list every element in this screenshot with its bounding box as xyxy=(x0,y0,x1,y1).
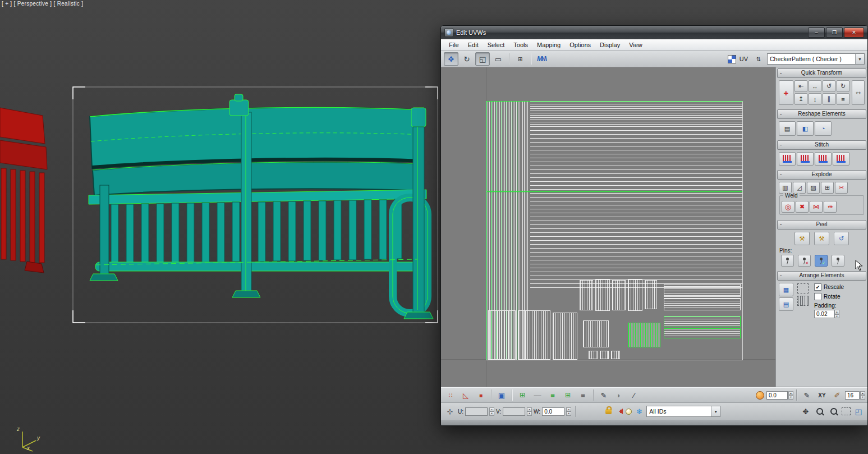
move-tool-button[interactable]: ✥ xyxy=(444,52,458,66)
u-spinner[interactable]: ▲▼ xyxy=(489,407,494,416)
mirror-button[interactable]: MM xyxy=(535,52,549,66)
rollout-header-peel[interactable]: - Peel xyxy=(777,220,866,230)
uv-canvas[interactable] xyxy=(441,67,776,387)
zoom-region-icon[interactable] xyxy=(828,405,840,418)
zoom-extents-icon[interactable] xyxy=(842,407,851,415)
w-field[interactable]: 0.0 xyxy=(542,407,564,416)
align-to-edge-button[interactable]: ⇿ xyxy=(852,80,865,105)
paintbrush-icon[interactable]: ✐ xyxy=(830,388,844,402)
align-top-button[interactable]: ↥ xyxy=(794,93,807,105)
rollout-header-explode[interactable]: - Explode xyxy=(777,170,866,180)
rollout-header-arrange[interactable]: - Arrange Elements xyxy=(777,271,866,281)
dropdown-arrow-icon[interactable]: ▼ xyxy=(855,54,864,64)
menu-options[interactable]: Options xyxy=(565,39,595,51)
select-by-element-button[interactable]: ▣ xyxy=(494,388,509,402)
freeze-icon[interactable]: ❄ xyxy=(633,405,645,418)
stitch-to-source-button[interactable] xyxy=(815,152,832,166)
peel-mode-button[interactable]: ⚒ xyxy=(814,232,829,245)
railing-model[interactable] xyxy=(0,0,449,454)
rotate-checkbox[interactable] xyxy=(814,293,821,300)
quick-peel-button[interactable]: ⚒ xyxy=(794,232,810,245)
edge-subobject-button[interactable]: ◺ xyxy=(458,388,473,402)
rollout-header-stitch[interactable]: - Stitch xyxy=(777,140,866,150)
flatten-by-smoothing-button[interactable]: ▨ xyxy=(807,182,820,194)
lock-selection-icon[interactable] xyxy=(605,409,612,414)
align-left-button[interactable]: ⇤ xyxy=(794,80,807,92)
collapse-icon[interactable]: - xyxy=(780,110,782,118)
absolute-mode-icon[interactable]: ⊹ xyxy=(444,405,456,418)
titlebar[interactable]: Edit UVWs – ❐ ✕ xyxy=(441,26,867,39)
uv-space-label[interactable]: UV xyxy=(740,56,748,62)
absolute-typein-button[interactable]: + xyxy=(779,80,793,105)
brush-settings-button[interactable]: ⁄ xyxy=(627,388,641,402)
pin-selected-button[interactable]: ✓ xyxy=(815,255,828,267)
uv-unit-square[interactable] xyxy=(486,101,743,360)
menu-mapping[interactable]: Mapping xyxy=(532,39,565,51)
rollout-header-reshape[interactable]: - Reshape Elements xyxy=(777,109,866,119)
target-weld-button[interactable]: ◎ xyxy=(782,201,794,213)
space-v-button[interactable]: ≡ xyxy=(837,93,849,105)
padding-spinner[interactable]: ▲▼ xyxy=(834,310,839,318)
collapse-icon[interactable]: - xyxy=(780,69,782,77)
shrink-uv-selection-button[interactable]: — xyxy=(530,388,545,402)
v-spinner[interactable]: ▲▼ xyxy=(527,407,532,416)
pack-together-button[interactable]: ▤ xyxy=(779,297,793,311)
show-map-checker-icon[interactable] xyxy=(728,55,736,63)
show-hidden-icon[interactable] xyxy=(626,409,632,415)
grow-uv-selection-button[interactable]: ⊞ xyxy=(515,388,530,402)
zoom-icon[interactable] xyxy=(814,405,826,418)
falloff-space-button[interactable]: XY xyxy=(815,388,829,402)
w-spinner[interactable]: ▲▼ xyxy=(566,407,571,416)
menu-view[interactable]: View xyxy=(624,39,647,51)
filter-selected-faces-icon[interactable] xyxy=(616,409,623,414)
unpin-tool-button[interactable]: ✕ xyxy=(798,255,811,267)
v-field[interactable] xyxy=(503,407,525,416)
collapse-icon[interactable]: - xyxy=(780,171,782,178)
grow-loop-button[interactable]: ⊞ xyxy=(561,388,575,402)
relax-tool-button[interactable]: ◧ xyxy=(797,121,814,136)
brush-size-field[interactable]: 16 xyxy=(845,391,860,400)
menu-display[interactable]: Display xyxy=(595,39,624,51)
stitch-to-average-button[interactable] xyxy=(833,152,849,166)
falloff-value-field[interactable]: 0.0 xyxy=(766,391,788,400)
zoom-to-selection-icon[interactable]: ◰ xyxy=(852,405,865,418)
flatten-by-angle-button[interactable]: ◿ xyxy=(793,182,806,194)
menu-edit[interactable]: Edit xyxy=(463,39,483,51)
texture-pattern-dropdown[interactable]: CheckerPattern ( Checker ) ▼ xyxy=(767,53,865,65)
freeform-tool-button[interactable]: ▭ xyxy=(491,52,506,66)
pack-normalize-button[interactable]: ▦ xyxy=(779,283,793,296)
weld-any-button[interactable]: ⇹ xyxy=(824,201,837,213)
brush-size-spinner[interactable]: ▲▼ xyxy=(860,391,865,400)
unpin-selected-button[interactable] xyxy=(832,255,844,267)
falloff-edit-button[interactable]: ✎ xyxy=(800,388,814,402)
align-v-button[interactable]: ↕ xyxy=(809,93,821,105)
dropdown-arrow-icon[interactable]: ▼ xyxy=(711,406,720,416)
weld-selected-button[interactable]: ✖ xyxy=(796,201,809,213)
material-id-dropdown[interactable]: All IDs ▼ xyxy=(646,406,720,417)
menu-file[interactable]: File xyxy=(444,39,463,51)
maximize-button[interactable]: ❐ xyxy=(826,27,843,38)
reset-peel-button[interactable]: ↺ xyxy=(834,232,849,245)
vertex-subobject-button[interactable]: ∷ xyxy=(443,388,458,402)
break-button[interactable]: ✂ xyxy=(835,182,848,194)
rescale-checkbox[interactable]: ✔ xyxy=(814,283,821,291)
pack-region-button[interactable] xyxy=(797,283,809,294)
space-h-button[interactable]: ∥ xyxy=(823,93,835,105)
rotate-tool-button[interactable]: ↻ xyxy=(460,52,474,66)
pin-tool-button[interactable] xyxy=(781,255,794,267)
relax-until-flat-button[interactable]: ◔ xyxy=(815,121,832,136)
falloff-spinner[interactable]: ▲▼ xyxy=(788,391,793,400)
collapse-icon[interactable]: - xyxy=(780,272,782,279)
stitch-to-target-button[interactable] xyxy=(797,152,814,166)
flatten-by-group-button[interactable]: ▥ xyxy=(779,182,792,194)
flatten-by-material-button[interactable]: ⊞ xyxy=(821,182,834,194)
menu-select[interactable]: Select xyxy=(483,39,509,51)
stitch-custom-button[interactable] xyxy=(779,152,796,166)
menu-tools[interactable]: Tools xyxy=(509,39,532,51)
rotate-cw-button[interactable]: ↻ xyxy=(837,80,849,92)
minimize-button[interactable]: – xyxy=(808,27,825,38)
sort-icon[interactable]: ⇅ xyxy=(751,52,766,66)
grow-selection-button[interactable]: ⊞ xyxy=(513,52,527,66)
polygon-subobject-button[interactable]: ■ xyxy=(474,388,488,402)
straighten-selection-button[interactable]: ▤ xyxy=(779,121,796,136)
